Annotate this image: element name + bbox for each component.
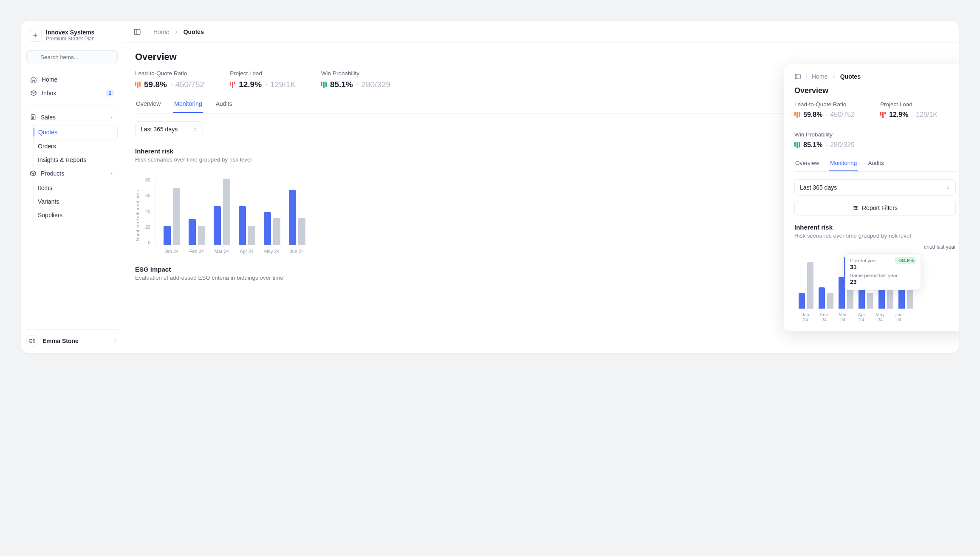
sidebar-toggle-icon[interactable] [794,73,801,80]
bar-current[interactable] [189,219,196,245]
tab-overview[interactable]: Overview [794,156,820,171]
brand-block: Innovex Systems Premium Starter Plan [26,27,118,48]
bar-previous[interactable] [827,293,833,309]
trend-bars-icon [135,82,141,88]
bar-previous[interactable] [807,262,813,309]
user-switcher[interactable]: ES Emma Stone [26,329,118,347]
nav-orders[interactable]: Orders [34,139,118,153]
nav-variants[interactable]: Variants [34,195,118,208]
bar-previous[interactable] [223,179,230,245]
chevron-down-icon [109,115,114,120]
bar-previous[interactable] [867,293,873,309]
svg-rect-9 [795,74,800,79]
bar-previous[interactable] [173,188,180,245]
nav-insights[interactable]: Insights & Reports [34,153,118,167]
trend-bars-icon [880,112,886,118]
trend-bars-icon [794,112,800,118]
box-icon [30,170,37,177]
plus-icon [32,32,39,39]
trend-bars-icon [794,142,800,148]
svg-rect-7 [134,29,140,34]
stat-win: Win Probability 85.1% - 280/329 [321,70,390,89]
breadcrumb-home[interactable]: Home [153,28,169,35]
delta-badge: +34.8% [895,257,916,264]
nav-sales-label: Sales [41,114,56,121]
divider [147,28,147,36]
topbar: Home › Quotes [123,21,959,43]
search-input[interactable] [26,50,118,64]
x-tick: Apr 24 [855,312,868,322]
bar-previous[interactable] [298,218,305,245]
page-title: Overview [794,86,956,95]
sliders-icon [853,205,859,211]
breadcrumb-quotes[interactable]: Quotes [184,28,204,35]
chevron-updown-icon [193,127,198,132]
x-tick: May 24 [263,249,280,254]
esg-card: ESG impact Evaluation of addressed ESG c… [135,266,896,295]
document-icon [30,114,37,121]
x-axis: Jan 24Feb 24Mar 24Apr 24May 24Jun 24 [794,312,956,322]
tab-monitoring[interactable]: Monitoring [829,156,858,171]
y-tick: 20 [145,224,150,230]
chart-legend: Current year Same period last year [135,168,896,174]
chevron-down-icon [109,171,114,176]
tab-audits[interactable]: Audits [215,95,233,113]
breadcrumb-quotes[interactable]: Quotes [840,73,861,80]
sidebar-toggle-icon[interactable] [133,28,141,36]
x-tick: Feb 24 [817,312,831,322]
report-filters-button[interactable]: Report Filters [794,200,956,216]
trend-bars-icon [321,82,327,88]
bar-previous[interactable] [248,226,255,245]
tab-overview[interactable]: Overview [135,95,161,113]
nav-inbox-label: Inbox [42,90,56,96]
bar-current[interactable] [164,226,171,245]
nav-section-products[interactable]: Products [26,167,118,180]
brand-plan: Premium Starter Plan [46,36,95,42]
bar-previous[interactable] [273,218,280,245]
chevron-right-icon: › [175,28,177,36]
x-tick: Jan 24 [799,312,812,322]
nav-section-sales[interactable]: Sales [26,111,118,124]
y-tick: 80 [145,177,150,182]
x-tick: May 24 [873,312,887,322]
nav-products-label: Products [41,170,64,177]
page-title: Overview [135,51,947,62]
bar-previous[interactable] [198,226,205,245]
svg-point-16 [854,209,855,210]
chart-tooltip: +34.8% Current year 31 Same period last … [844,253,921,290]
products-sublist: Items Variants Suppliers [33,181,118,222]
bar-current[interactable] [289,190,296,245]
breadcrumb-home[interactable]: Home [812,73,827,80]
brand-logo [29,29,42,42]
y-tick: 40 [145,209,150,214]
nav-suppliers[interactable]: Suppliers [34,208,118,222]
bar-current[interactable] [264,212,271,245]
floating-panel: Home › Quotes Overview Lead-to-Quote Rat… [784,64,959,331]
nav-home[interactable]: Home [26,73,118,86]
x-tick: Apr 24 [238,249,255,254]
chart-legend: eriod last year [794,244,956,250]
range-select[interactable]: Last 365 days [135,121,203,137]
tab-audits[interactable]: Audits [867,156,885,171]
stat-load: Project Load 12.9% - 129/1K [230,70,296,89]
nav-items[interactable]: Items [34,181,118,195]
y-tick: 0 [148,240,150,245]
nav-home-label: Home [42,76,57,83]
bar-current[interactable] [799,293,805,309]
range-select[interactable]: Last 365 days [794,179,956,196]
bar-current[interactable] [214,206,221,245]
chevron-updown-icon [113,338,118,344]
home-icon [30,76,37,83]
nav-quotes[interactable]: Quotes [34,125,118,139]
sales-sublist: Quotes Orders Insights & Reports [33,125,118,167]
inherent-risk-card: Inherent risk Risk scenarios over time g… [135,148,896,255]
x-tick: Feb 24 [188,249,205,254]
x-tick: Jun 24 [288,249,305,254]
tab-monitoring[interactable]: Monitoring [173,95,203,113]
bar-current[interactable] [239,206,246,245]
inbox-badge: 2 [106,90,114,96]
nav-inbox[interactable]: Inbox 2 [26,86,118,100]
brand-name: Innovex Systems [46,29,95,36]
stat-load: Project Load 12.9% - 129/1K [880,101,938,119]
bar-current[interactable] [819,287,825,309]
